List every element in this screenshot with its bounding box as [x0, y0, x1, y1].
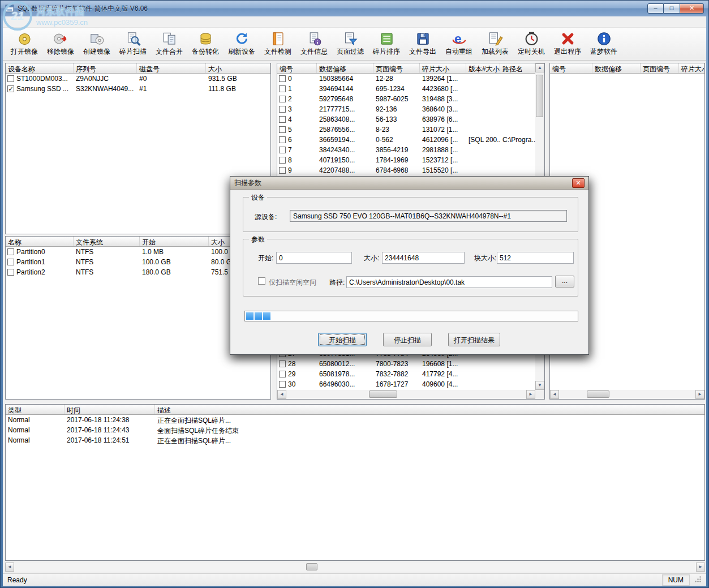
create-image-button[interactable]: 创建镜像: [79, 29, 115, 59]
file-export-button[interactable]: 文件导出: [405, 29, 441, 59]
column-header-id[interactable]: 编号: [277, 63, 317, 73]
fragment-checkbox[interactable]: [279, 96, 286, 102]
file-info-button[interactable]: 文件信息: [296, 29, 332, 59]
fragment-row[interactable]: 1394694144695-12344423680 [...: [277, 84, 535, 94]
free-space-checkbox[interactable]: [258, 277, 265, 285]
fragment-row[interactable]: 25927956485987-6025319488 [3...: [277, 94, 535, 104]
close-button[interactable]: ✕: [680, 3, 704, 14]
column-header-type[interactable]: 类型: [6, 405, 65, 414]
fragment-checkbox[interactable]: [279, 381, 286, 388]
device-row[interactable]: ST1000DM003...Z9A0NJJC#0931.5 GB: [6, 74, 270, 84]
column-header-page-number[interactable]: 页面编号: [641, 63, 679, 73]
scroll-left-button[interactable]: ◄: [5, 563, 14, 572]
scroll-right-button[interactable]: ►: [695, 390, 704, 399]
fragment-row[interactable]: 3066496030...1678-1727409600 [4...: [277, 379, 535, 389]
column-header-fragment-size[interactable]: 碎片大小: [679, 63, 704, 73]
path-input[interactable]: [346, 276, 552, 288]
backup-convert-button[interactable]: 备份转化: [187, 29, 224, 59]
fragment-row[interactable]: 738424340...3856-42192981888 [...: [277, 145, 535, 155]
fragment-checkbox[interactable]: [279, 126, 286, 133]
title-bar[interactable]: SQL数据库碎片恢复软件 简体中文版 V6.06 – □ ✕: [1, 1, 708, 16]
scrollbar-thumb[interactable]: [536, 75, 543, 117]
scroll-down-button[interactable]: ▼: [535, 381, 544, 390]
column-header-page-number[interactable]: 页面编号: [373, 63, 420, 73]
refresh-devices-button[interactable]: 刷新设备: [224, 29, 260, 59]
log-row[interactable]: Normal2017-06-18 11:24:51正在全面扫描SQL碎片...: [6, 435, 704, 445]
fragment-row[interactable]: 2865080012...7800-7823196608 [1...: [277, 359, 535, 369]
scrollbar-thumb[interactable]: [306, 563, 317, 570]
column-header-partition-name[interactable]: 名称: [6, 237, 74, 246]
fragment-row[interactable]: 015038566412-28139264 [1...: [277, 74, 535, 84]
log-row[interactable]: Normal2017-06-18 11:24:43全面扫描SQL碎片任务结束: [6, 425, 704, 435]
scroll-right-button[interactable]: ►: [526, 390, 535, 399]
fragment-checkbox[interactable]: [279, 371, 286, 377]
fragment-checkbox[interactable]: [279, 167, 286, 174]
file-merge-button[interactable]: 文件合并: [151, 29, 187, 59]
scroll-left-button[interactable]: ◄: [550, 390, 559, 399]
column-header-data-offset[interactable]: 数据偏移: [317, 63, 373, 73]
dialog-close-button[interactable]: ✕: [572, 178, 585, 188]
column-header-start[interactable]: 开始: [140, 237, 209, 246]
partition-checkbox[interactable]: [7, 259, 14, 265]
fragment-scan-button[interactable]: 碎片扫描: [115, 29, 151, 59]
fragment-row[interactable]: 425863408...56-133638976 [6...: [277, 114, 535, 125]
minimize-button[interactable]: –: [647, 3, 664, 14]
column-header-path[interactable]: 路径名: [500, 63, 535, 73]
start-scan-button[interactable]: 开始扫描: [318, 333, 367, 346]
column-header-device-name[interactable]: 设备名称: [6, 63, 74, 73]
start-input[interactable]: [276, 252, 352, 264]
scroll-up-button[interactable]: ▲: [535, 63, 544, 72]
scroll-left-button[interactable]: ◄: [277, 390, 286, 399]
fragment-checkbox[interactable]: [279, 85, 286, 92]
maximize-button[interactable]: □: [664, 3, 680, 14]
fragment-row[interactable]: 2965081978...7832-7882417792 [4...: [277, 369, 535, 379]
remove-image-button[interactable]: 移除镜像: [42, 29, 79, 59]
column-header-description[interactable]: 描述: [155, 405, 704, 414]
auto-rebuild-button[interactable]: e自动重组: [441, 29, 477, 59]
column-header-fragment-size[interactable]: 碎片大小: [420, 63, 466, 73]
partition-checkbox[interactable]: [7, 248, 14, 255]
scroll-right-button[interactable]: ►: [696, 563, 705, 572]
fragment-checkbox[interactable]: [279, 116, 286, 123]
fragment-row[interactable]: 636659194...0-5624612096 [...[SQL 200...…: [277, 135, 535, 145]
fragment-row[interactable]: 840719150...1784-19691523712 [...: [277, 155, 535, 165]
fragment-checkbox[interactable]: [279, 106, 286, 113]
log-row[interactable]: Normal2017-06-18 11:24:38正在全面扫描SQL碎片...: [6, 415, 704, 425]
fragment-checkbox[interactable]: [279, 360, 286, 367]
column-header-time[interactable]: 时间: [65, 405, 155, 414]
device-checkbox[interactable]: [7, 75, 14, 82]
shutdown-timer-button[interactable]: 定时关机: [513, 29, 549, 59]
lanmeng-software-button[interactable]: 蓝梦软件: [586, 29, 622, 59]
column-header-filesystem[interactable]: 文件系统: [74, 237, 140, 246]
column-header-version-size[interactable]: 版本#大小: [466, 63, 500, 73]
partition-checkbox[interactable]: [7, 269, 14, 276]
bottom-horizontal-scrollbar[interactable]: ◄ ►: [5, 563, 705, 572]
horizontal-scrollbar[interactable]: ◄ ►: [550, 390, 704, 399]
dialog-titlebar[interactable]: 扫描参数 ✕: [230, 177, 588, 190]
fragment-row[interactable]: 942207488...6784-69681515520 [...: [277, 165, 535, 175]
block-size-input[interactable]: [497, 252, 574, 264]
page-filter-button[interactable]: 页面过滤: [332, 29, 368, 59]
column-header-size[interactable]: 大小: [206, 63, 270, 73]
resize-grip[interactable]: [694, 576, 702, 585]
column-header-disk-number[interactable]: 磁盘号: [137, 63, 206, 73]
open-image-button[interactable]: 打开镜像: [6, 29, 42, 59]
scrollbar-thumb[interactable]: [587, 390, 609, 398]
column-header-id[interactable]: 编号: [550, 63, 592, 73]
fragment-checkbox[interactable]: [279, 157, 286, 164]
fragment-row[interactable]: 525876556...8-23131072 [1...: [277, 125, 535, 135]
column-header-serial[interactable]: 序列号: [74, 63, 137, 73]
fragment-checkbox[interactable]: [279, 147, 286, 153]
browse-button[interactable]: ...: [555, 276, 574, 287]
fragment-row[interactable]: 321777715...92-136368640 [3...: [277, 104, 535, 114]
scrollbar-thumb[interactable]: [369, 390, 397, 398]
device-row[interactable]: Samsung SSD ...S32KNWAH4049...#1111.8 GB: [6, 84, 270, 94]
load-list-button[interactable]: 加载列表: [477, 29, 513, 59]
menu-bar[interactable]: [3, 16, 706, 28]
fragment-sort-button[interactable]: 碎片排序: [368, 29, 405, 59]
fragment-checkbox[interactable]: [279, 136, 286, 143]
horizontal-scrollbar[interactable]: ◄ ►: [277, 390, 535, 399]
exit-program-button[interactable]: 退出程序: [549, 29, 586, 59]
file-check-button[interactable]: 文件检测: [260, 29, 296, 59]
column-header-data-offset[interactable]: 数据偏移: [592, 63, 641, 73]
